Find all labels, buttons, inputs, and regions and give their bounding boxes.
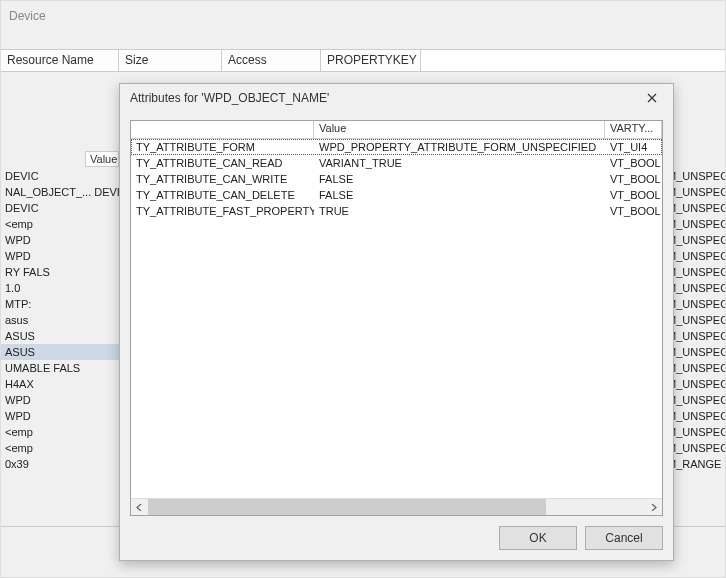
table-cell: TY_ATTRIBUTE_FAST_PROPERTY (131, 205, 314, 217)
table-cell: VT_BOOL (605, 173, 662, 185)
list-item[interactable]: <emp (1, 440, 119, 456)
table-cell: TY_ATTRIBUTE_CAN_DELETE (131, 189, 314, 201)
list-item[interactable]: RY FALS (1, 264, 119, 280)
table-row[interactable]: TY_ATTRIBUTE_CAN_DELETEFALSEVT_BOOL (131, 187, 662, 203)
column-header[interactable]: Access (222, 50, 321, 71)
dialog-button-row: OK Cancel (130, 516, 663, 550)
scrollbar-thumb[interactable] (148, 499, 546, 515)
attributes-listview[interactable]: ValueVARTY... TY_ATTRIBUTE_FORMWPD_PROPE… (130, 120, 663, 516)
value-column-header-partial: Value (85, 151, 119, 167)
table-row[interactable]: TY_ATTRIBUTE_CAN_READVARIANT_TRUEVT_BOOL (131, 155, 662, 171)
table-cell: TRUE (314, 205, 605, 217)
table-cell: TY_ATTRIBUTE_CAN_WRITE (131, 173, 314, 185)
column-header[interactable]: Size (119, 50, 222, 71)
table-cell: VT_BOOL (605, 157, 662, 169)
list-item[interactable]: DEVIC (1, 200, 119, 216)
list-item[interactable]: WPD (1, 232, 119, 248)
listview-column-header[interactable]: Value (314, 121, 605, 138)
list-item[interactable]: 1.0 (1, 280, 119, 296)
close-icon[interactable] (637, 86, 667, 110)
list-item[interactable]: UMABLE FALS (1, 360, 119, 376)
column-header[interactable]: PROPERTYKEY (321, 50, 421, 71)
list-item[interactable]: DEVIC (1, 168, 119, 184)
column-header-row: Resource NameSizeAccessPROPERTYKEY (1, 49, 725, 72)
table-cell: VT_UI4 (605, 141, 662, 153)
table-row[interactable]: TY_ATTRIBUTE_FORMWPD_PROPERTY_ATTRIBUTE_… (131, 139, 662, 155)
window-title: Device (9, 9, 46, 23)
main-list-left-partial: DEVICNAL_OBJECT_... DEVICDEVIC<empWPDWPD… (1, 168, 119, 472)
list-item[interactable]: ASUS (1, 344, 119, 360)
list-item[interactable]: WPD (1, 392, 119, 408)
listview-column-header[interactable]: VARTY... (605, 121, 662, 138)
table-cell: TY_ATTRIBUTE_CAN_READ (131, 157, 314, 169)
table-cell: VT_BOOL (605, 205, 662, 217)
table-cell: VARIANT_TRUE (314, 157, 605, 169)
list-item[interactable]: WPD (1, 248, 119, 264)
table-cell: WPD_PROPERTY_ATTRIBUTE_FORM_UNSPECIFIED (314, 141, 605, 153)
table-cell: VT_BOOL (605, 189, 662, 201)
table-cell: FALSE (314, 189, 605, 201)
horizontal-scrollbar[interactable] (131, 498, 662, 515)
listview-header: ValueVARTY... (131, 121, 662, 139)
attributes-dialog: Attributes for 'WPD_OBJECT_NAME' ValueVA… (119, 83, 674, 561)
scrollbar-right-arrow-icon[interactable] (645, 499, 662, 515)
ok-button[interactable]: OK (499, 526, 577, 550)
list-item[interactable]: H4AX (1, 376, 119, 392)
column-header[interactable]: Resource Name (1, 50, 119, 71)
list-item[interactable]: 0x39 (1, 456, 119, 472)
scrollbar-left-arrow-icon[interactable] (131, 499, 148, 515)
dialog-titlebar[interactable]: Attributes for 'WPD_OBJECT_NAME' (120, 84, 673, 112)
table-cell: TY_ATTRIBUTE_FORM (131, 141, 314, 153)
list-item[interactable]: NAL_OBJECT_... DEVIC (1, 184, 119, 200)
table-cell: FALSE (314, 173, 605, 185)
listview-column-header[interactable] (131, 121, 314, 138)
scrollbar-track[interactable] (148, 499, 645, 515)
listview-rows: TY_ATTRIBUTE_FORMWPD_PROPERTY_ATTRIBUTE_… (131, 139, 662, 498)
table-row[interactable]: TY_ATTRIBUTE_FAST_PROPERTYTRUEVT_BOOL (131, 203, 662, 219)
list-item[interactable]: WPD (1, 408, 119, 424)
table-row[interactable]: TY_ATTRIBUTE_CAN_WRITEFALSEVT_BOOL (131, 171, 662, 187)
list-item[interactable]: MTP: (1, 296, 119, 312)
dialog-body: ValueVARTY... TY_ATTRIBUTE_FORMWPD_PROPE… (120, 112, 673, 560)
list-item[interactable]: asus (1, 312, 119, 328)
cancel-button[interactable]: Cancel (585, 526, 663, 550)
list-item[interactable]: <emp (1, 216, 119, 232)
list-item[interactable]: <emp (1, 424, 119, 440)
list-item[interactable]: ASUS (1, 328, 119, 344)
dialog-title: Attributes for 'WPD_OBJECT_NAME' (126, 91, 637, 105)
value-column-header[interactable]: Value (85, 151, 119, 167)
